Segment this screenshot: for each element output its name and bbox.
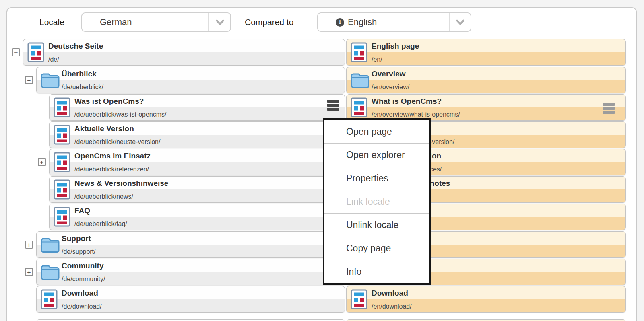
page-title: English page: [372, 39, 606, 53]
locale-page-card-left[interactable]: Überblick /de/ueberblick/: [36, 67, 345, 93]
page-title: Support: [62, 232, 325, 245]
tree-row: + Support /de/support/ Support /en/suppo…: [7, 231, 636, 258]
page-path: /de/ueberblick/: [62, 80, 325, 93]
menu-item-unlink-locale[interactable]: Unlink locale: [324, 213, 429, 237]
menu-item-link-locale: Link locale: [324, 190, 429, 213]
containerpage-icon: [351, 42, 367, 62]
locale-page-card-right[interactable]: [346, 319, 626, 321]
containerpage-icon: [27, 42, 44, 62]
page-path: /en/overview/: [372, 80, 606, 93]
tree-row: Was ist OpenCms? /de/ueberblick/was-ist-…: [7, 94, 636, 121]
page-path: /de/support/: [62, 245, 325, 257]
page-title: Aktuelle Version: [74, 122, 325, 135]
page-path: /de/ueberblick/news/: [74, 190, 325, 202]
containerpage-icon: [54, 97, 70, 117]
menu-item-open-explorer[interactable]: Open explorer: [324, 143, 429, 167]
page-title: Download: [62, 286, 325, 300]
containerpage-icon: [54, 125, 70, 145]
context-menu: Open pageOpen explorerPropertiesLink loc…: [323, 118, 431, 285]
page-title: Überblick: [62, 67, 325, 80]
folder-icon: [41, 72, 60, 88]
containerpage-icon: [41, 289, 58, 309]
tree-row: + OpenCms im Einsatz /de/ueberblick/refe…: [7, 149, 636, 175]
page-title: News & Versionshinweise: [74, 177, 325, 190]
locale-page-card-right[interactable]: Download /en/download/: [346, 286, 626, 313]
tree-row: Aktuelle Version /de/ueberblick/neuste-v…: [7, 121, 636, 148]
page-title: FAQ: [74, 204, 325, 217]
expander-minus-toggle[interactable]: −: [25, 76, 33, 84]
containerpage-icon: [351, 97, 367, 117]
folder-icon: [41, 264, 60, 280]
menu-item-copy-page[interactable]: Copy page: [324, 237, 429, 260]
page-path: /de/: [48, 53, 325, 65]
page-title: What is OpenCms?: [372, 95, 606, 108]
tree-row: News & Versionshinweise /de/ueberblick/n…: [7, 176, 636, 203]
page-path: /de/ueberblick/neuste-version/: [74, 135, 325, 148]
page-title: OpenCms im Einsatz: [74, 149, 325, 163]
hamburger-menu-icon[interactable]: [603, 103, 615, 114]
page-title: Community: [62, 259, 325, 272]
expander-plus-toggle[interactable]: +: [25, 241, 33, 249]
tree-row: − Überblick /de/ueberblick/ Overview /en…: [7, 67, 636, 93]
locale-page-card-left[interactable]: Was ist OpenCms? /de/ueberblick/was-ist-…: [49, 94, 345, 121]
page-path: /en/: [372, 53, 606, 65]
page-path: /en/download/: [372, 300, 606, 312]
folder-icon: [41, 237, 60, 253]
hamburger-menu-icon[interactable]: [327, 100, 339, 111]
tree-row: [7, 319, 636, 321]
sitemap-tree: − Deutsche Seite /de/ English page /en/ …: [7, 8, 636, 321]
containerpage-icon: [54, 152, 70, 172]
page-title: Overview: [372, 67, 606, 80]
containerpage-icon: [54, 179, 70, 200]
menu-item-properties[interactable]: Properties: [324, 167, 429, 190]
locale-page-card-left[interactable]: [36, 319, 345, 321]
locale-page-card-left[interactable]: News & Versionshinweise /de/ueberblick/n…: [49, 176, 345, 203]
locale-page-card-left[interactable]: Deutsche Seite /de/: [23, 39, 345, 66]
containerpage-icon: [351, 289, 367, 309]
locale-page-card-left[interactable]: FAQ /de/ueberblick/faq/: [49, 204, 345, 230]
folder-icon: [351, 72, 369, 88]
locale-page-card-left[interactable]: Support /de/support/: [36, 231, 345, 258]
locale-page-card-right[interactable]: What is OpenCms? /en/overview/what-is-op…: [346, 94, 626, 121]
containerpage-icon: [54, 207, 70, 227]
tree-row: FAQ /de/ueberblick/faq/ FAQ /en/overview…: [7, 204, 636, 230]
tree-row: + Community /de/community/ Community /en…: [7, 259, 636, 285]
page-title: Was ist OpenCms?: [74, 95, 325, 108]
locale-page-card-right[interactable]: English page /en/: [346, 39, 626, 66]
locale-page-card-left[interactable]: Download /de/download/: [36, 286, 345, 313]
locale-page-card-left[interactable]: OpenCms im Einsatz /de/ueberblick/refere…: [49, 149, 345, 175]
expander-minus-toggle[interactable]: −: [12, 48, 20, 56]
tree-row: Download /de/download/ Download /en/down…: [7, 286, 636, 313]
menu-item-info[interactable]: Info: [324, 260, 429, 283]
page-path: /de/download/: [62, 300, 325, 312]
locale-page-card-left[interactable]: Aktuelle Version /de/ueberblick/neuste-v…: [49, 121, 345, 148]
locale-page-card-right[interactable]: Overview /en/overview/: [346, 67, 626, 93]
locale-page-card-left[interactable]: Community /de/community/: [36, 259, 345, 285]
expander-plus-toggle[interactable]: +: [25, 268, 33, 276]
page-path: /de/ueberblick/faq/: [74, 217, 325, 230]
page-path: /de/community/: [62, 272, 325, 285]
menu-item-open-page[interactable]: Open page: [324, 120, 429, 143]
page-title: Deutsche Seite: [48, 39, 325, 53]
page-path: /de/ueberblick/referenzen/: [74, 163, 325, 175]
page-path: /de/ueberblick/was-ist-opencms/: [74, 108, 325, 120]
page-title: Download: [372, 286, 606, 300]
locale-comparison-panel: Locale German Compared to i English − De…: [6, 7, 637, 321]
expander-plus-toggle[interactable]: +: [38, 158, 46, 166]
tree-row: − Deutsche Seite /de/ English page /en/: [7, 39, 636, 66]
